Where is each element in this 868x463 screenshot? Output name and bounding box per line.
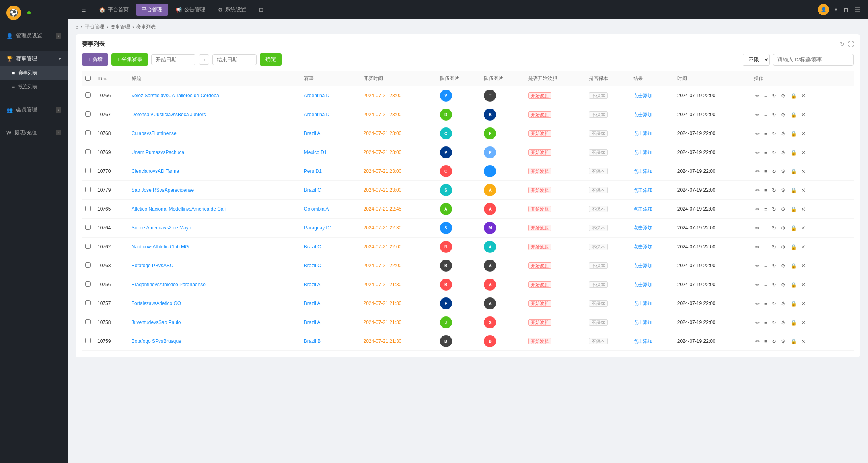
edit-button-2[interactable]: ✏ [754, 130, 761, 137]
match-league-link-7[interactable]: Paraguay D1 [304, 225, 332, 231]
settings-button-0[interactable]: ⚙ [779, 92, 787, 100]
result-link-12[interactable]: 点击添加 [633, 320, 652, 325]
edit-button-10[interactable]: ✏ [754, 281, 761, 289]
end-date-input[interactable] [212, 54, 257, 65]
list-button-4[interactable]: ≡ [763, 168, 769, 175]
refresh-button-11[interactable]: ↻ [770, 300, 778, 307]
refresh-button-1[interactable]: ↻ [770, 111, 778, 119]
delete-button-4[interactable]: ✕ [800, 168, 807, 175]
list-button-6[interactable]: ≡ [763, 205, 769, 213]
refresh-button-2[interactable]: ↻ [770, 130, 778, 137]
breadcrumb-match-management[interactable]: 赛事管理 [111, 23, 130, 30]
delete-button-6[interactable]: ✕ [800, 205, 807, 213]
result-link-0[interactable]: 点击添加 [633, 93, 652, 98]
settings-button-6[interactable]: ⚙ [779, 205, 787, 213]
row-checkbox-3[interactable] [85, 149, 91, 154]
match-league-link-6[interactable]: Colombia A [304, 206, 329, 212]
menu-icon[interactable]: ☰ [854, 6, 860, 14]
delete-button-1[interactable]: ✕ [800, 111, 807, 119]
lock-button-8[interactable]: 🔒 [789, 243, 798, 251]
topnav-platform-home[interactable]: 🏠 平台首页 [93, 4, 134, 16]
match-league-link-4[interactable]: Peru D1 [304, 168, 322, 174]
sidebar-item-admin-settings[interactable]: 👤 管理员设置 ‹ [0, 29, 68, 43]
edit-button-7[interactable]: ✏ [754, 224, 761, 232]
refresh-button-0[interactable]: ↻ [770, 92, 778, 100]
result-link-5[interactable]: 点击添加 [633, 187, 652, 193]
match-league-link-3[interactable]: Mexico D1 [304, 150, 327, 155]
edit-button-6[interactable]: ✏ [754, 205, 761, 213]
list-button-9[interactable]: ≡ [763, 262, 769, 270]
refresh-button-7[interactable]: ↻ [770, 224, 778, 232]
lock-button-6[interactable]: 🔒 [789, 205, 798, 213]
match-title-link-3[interactable]: Unam PumasvsPachuca [132, 150, 184, 155]
lock-button-4[interactable]: 🔒 [789, 168, 798, 175]
filter-select[interactable]: 不限 [743, 54, 770, 66]
refresh-button-4[interactable]: ↻ [770, 168, 778, 175]
refresh-button-3[interactable]: ↻ [770, 149, 778, 156]
delete-button-13[interactable]: ✕ [800, 338, 807, 345]
match-league-link-12[interactable]: Brazil A [304, 320, 321, 325]
match-league-link-13[interactable]: Brazil B [304, 338, 321, 344]
start-date-input[interactable] [151, 54, 195, 65]
row-checkbox-8[interactable] [85, 244, 91, 249]
match-league-link-11[interactable]: Brazil A [304, 301, 321, 306]
match-league-link-10[interactable]: Brazil A [304, 282, 321, 287]
refresh-button-13[interactable]: ↻ [770, 338, 778, 345]
match-title-link-11[interactable]: FortalezavsAtletico GO [132, 301, 181, 306]
match-title-link-8[interactable]: NauticovsAthletic Club MG [132, 244, 189, 250]
row-checkbox-6[interactable] [85, 206, 91, 211]
match-title-link-6[interactable]: Atletico Nacional MedellinvsAmerica de C… [132, 206, 226, 212]
result-link-13[interactable]: 点击添加 [633, 338, 652, 344]
expand-icon[interactable]: ⛶ [848, 41, 854, 47]
result-link-2[interactable]: 点击添加 [633, 131, 652, 136]
settings-button-4[interactable]: ⚙ [779, 168, 787, 175]
list-button-10[interactable]: ≡ [763, 281, 769, 289]
topnav-grid-view[interactable]: ⊞ [253, 4, 269, 15]
sidebar-item-match-management[interactable]: 🏆 赛事管理 ∨ [0, 51, 68, 66]
list-button-5[interactable]: ≡ [763, 186, 769, 194]
refresh-button-10[interactable]: ↻ [770, 281, 778, 289]
lock-button-0[interactable]: 🔒 [789, 92, 798, 100]
match-league-link-5[interactable]: Brazil C [304, 187, 321, 193]
row-checkbox-4[interactable] [85, 168, 91, 173]
lock-button-10[interactable]: 🔒 [789, 281, 798, 289]
match-league-link-2[interactable]: Brazil A [304, 131, 321, 136]
result-link-8[interactable]: 点击添加 [633, 244, 652, 250]
result-link-3[interactable]: 点击添加 [633, 150, 652, 155]
match-title-link-12[interactable]: JuventudevsSao Paulo [132, 320, 181, 325]
list-button-13[interactable]: ≡ [763, 338, 769, 345]
edit-button-13[interactable]: ✏ [754, 338, 761, 345]
match-title-link-9[interactable]: Botafogo PBvsABC [132, 263, 173, 268]
match-title-link-1[interactable]: Defensa y JusticiavssBoca Juniors [132, 112, 206, 117]
settings-button-11[interactable]: ⚙ [779, 300, 787, 307]
sidebar-item-match-list[interactable]: ■ 赛事列表 [0, 66, 68, 80]
row-checkbox-12[interactable] [85, 319, 91, 324]
refresh-button-12[interactable]: ↻ [770, 319, 778, 326]
settings-button-5[interactable]: ⚙ [779, 186, 787, 194]
result-link-7[interactable]: 点击添加 [633, 225, 652, 231]
lock-button-5[interactable]: 🔒 [789, 186, 798, 194]
result-link-10[interactable]: 点击添加 [633, 282, 652, 287]
edit-button-1[interactable]: ✏ [754, 111, 761, 119]
row-checkbox-13[interactable] [85, 338, 91, 343]
topnav-menu-icon[interactable]: ☰ [76, 4, 92, 15]
result-link-11[interactable]: 点击添加 [633, 301, 652, 306]
edit-button-9[interactable]: ✏ [754, 262, 761, 270]
settings-button-7[interactable]: ⚙ [779, 224, 787, 232]
settings-button-9[interactable]: ⚙ [779, 262, 787, 270]
refresh-button-5[interactable]: ↻ [770, 186, 778, 194]
lock-button-11[interactable]: 🔒 [789, 300, 798, 307]
refresh-icon[interactable]: ↻ [840, 41, 845, 47]
delete-button-10[interactable]: ✕ [800, 281, 807, 289]
list-button-7[interactable]: ≡ [763, 224, 769, 232]
match-title-link-4[interactable]: CiencianovsAD Tarma [132, 168, 179, 174]
delete-button-3[interactable]: ✕ [800, 149, 807, 156]
delete-button-11[interactable]: ✕ [800, 300, 807, 307]
delete-button-9[interactable]: ✕ [800, 262, 807, 270]
list-button-1[interactable]: ≡ [763, 111, 769, 119]
result-link-1[interactable]: 点击添加 [633, 112, 652, 117]
topnav-platform-management[interactable]: 平台管理 [136, 4, 168, 16]
edit-button-0[interactable]: ✏ [754, 92, 761, 100]
list-button-0[interactable]: ≡ [763, 92, 769, 100]
list-button-2[interactable]: ≡ [763, 130, 769, 137]
